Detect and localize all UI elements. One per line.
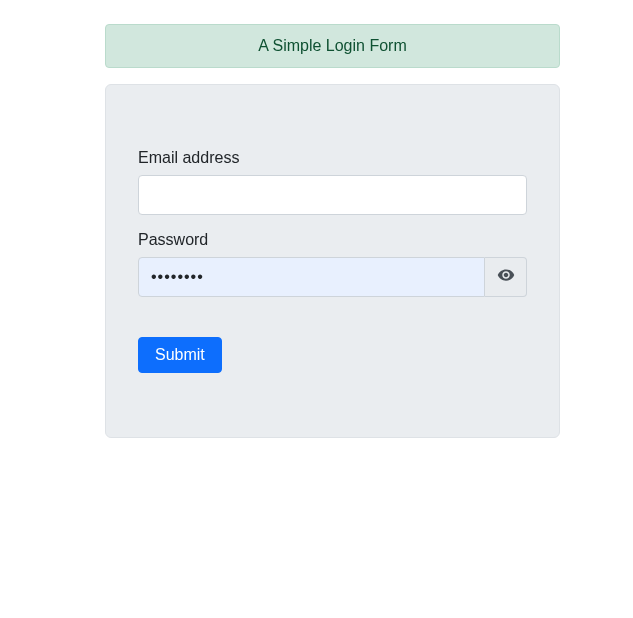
email-label: Email address — [138, 149, 527, 167]
password-label: Password — [138, 231, 527, 249]
login-card: Email address Password Submit — [105, 84, 560, 438]
toggle-password-visibility-button[interactable] — [485, 257, 527, 297]
email-group: Email address — [138, 149, 527, 215]
form-title-text: A Simple Login Form — [258, 37, 407, 54]
form-title-banner: A Simple Login Form — [105, 24, 560, 68]
submit-button[interactable]: Submit — [138, 337, 222, 373]
email-field[interactable] — [138, 175, 527, 215]
password-group: Password — [138, 231, 527, 297]
submit-button-label: Submit — [155, 346, 205, 363]
password-field[interactable] — [138, 257, 485, 297]
password-input-group — [138, 257, 527, 297]
eye-icon — [497, 266, 515, 288]
